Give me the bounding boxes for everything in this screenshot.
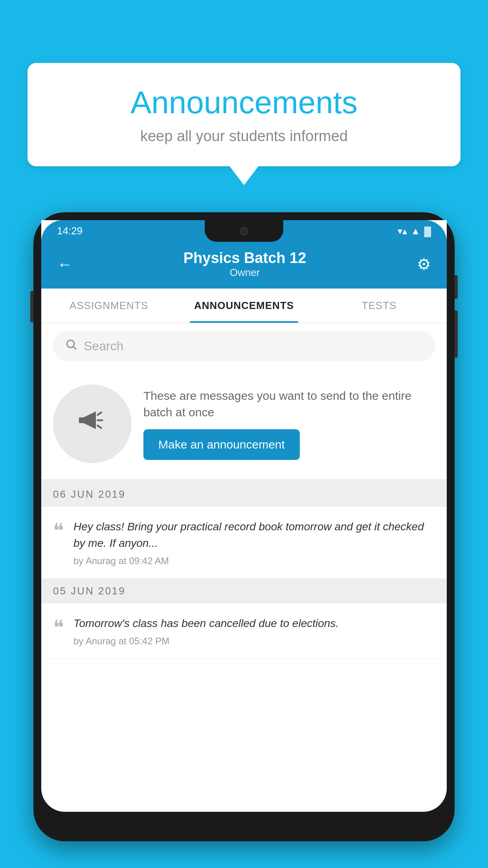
svg-line-6 [98, 425, 101, 428]
svg-line-4 [98, 412, 101, 415]
side-button-right-bottom [455, 311, 458, 358]
tabs-bar: ASSIGNMENTS ANNOUNCEMENTS TESTS [41, 289, 447, 323]
phone-frame: 14:29 ▾▴ ▲ ▓ ← Physics Batch 12 Owner ⚙ … [33, 212, 455, 841]
announcement-promo: These are messages you want to send to t… [41, 369, 447, 482]
announcement-meta-2: by Anurag at 05:42 PM [73, 636, 435, 647]
svg-rect-3 [79, 417, 84, 423]
phone-notch [205, 220, 283, 242]
svg-line-1 [73, 347, 76, 349]
announcement-item-2[interactable]: ❝ Tomorrow's class has been cancelled du… [41, 603, 447, 659]
signal-icon: ▲ [411, 226, 420, 237]
phone-screen: 14:29 ▾▴ ▲ ▓ ← Physics Batch 12 Owner ⚙ … [41, 220, 447, 812]
tab-tests[interactable]: TESTS [312, 289, 447, 323]
svg-marker-2 [84, 411, 96, 429]
quote-icon-1: ❝ [53, 520, 64, 541]
header-title: Physics Batch 12 [183, 250, 306, 267]
side-button-left [30, 291, 33, 322]
announcement-message-2: Tomorrow's class has been cancelled due … [73, 615, 435, 632]
phone-container: 14:29 ▾▴ ▲ ▓ ← Physics Batch 12 Owner ⚙ … [33, 212, 455, 868]
quote-icon-2: ❝ [53, 617, 64, 638]
tab-assignments[interactable]: ASSIGNMENTS [41, 289, 176, 323]
announcement-promo-right: These are messages you want to send to t… [143, 388, 435, 460]
wifi-icon: ▾▴ [398, 226, 407, 237]
speech-bubble: Announcements keep all your students inf… [28, 63, 460, 166]
header-center: Physics Batch 12 Owner [183, 250, 306, 279]
side-button-right-top [455, 275, 458, 299]
status-icons: ▾▴ ▲ ▓ [398, 226, 431, 237]
back-button[interactable]: ← [57, 256, 73, 273]
search-icon [65, 338, 77, 354]
speech-bubble-subtitle: keep all your students informed [51, 128, 437, 145]
speech-bubble-container: Announcements keep all your students inf… [28, 63, 460, 166]
camera-dot [240, 227, 248, 235]
announcement-content-1: Hey class! Bring your practical record b… [73, 519, 435, 566]
megaphone-icon [75, 403, 110, 445]
announcement-item-1[interactable]: ❝ Hey class! Bring your practical record… [41, 507, 447, 579]
gear-icon[interactable]: ⚙ [417, 255, 431, 273]
announcement-icon-circle [53, 384, 132, 463]
battery-icon: ▓ [424, 226, 431, 237]
speech-bubble-title: Announcements [51, 85, 437, 121]
make-announcement-button[interactable]: Make an announcement [143, 429, 300, 460]
search-placeholder: Search [84, 339, 123, 353]
announcement-promo-text: These are messages you want to send to t… [143, 388, 435, 421]
announcement-content-2: Tomorrow's class has been cancelled due … [73, 615, 435, 647]
announcement-meta-1: by Anurag at 09:42 AM [73, 555, 435, 566]
date-separator-1: 06 JUN 2019 [41, 482, 447, 507]
tab-announcements[interactable]: ANNOUNCEMENTS [176, 289, 312, 323]
app-header: ← Physics Batch 12 Owner ⚙ [41, 242, 447, 289]
search-bar-container: Search [41, 323, 447, 369]
status-time: 14:29 [57, 225, 83, 237]
announcement-message-1: Hey class! Bring your practical record b… [73, 519, 435, 552]
header-subtitle: Owner [183, 267, 306, 279]
search-bar[interactable]: Search [53, 331, 435, 361]
date-separator-2: 05 JUN 2019 [41, 579, 447, 603]
